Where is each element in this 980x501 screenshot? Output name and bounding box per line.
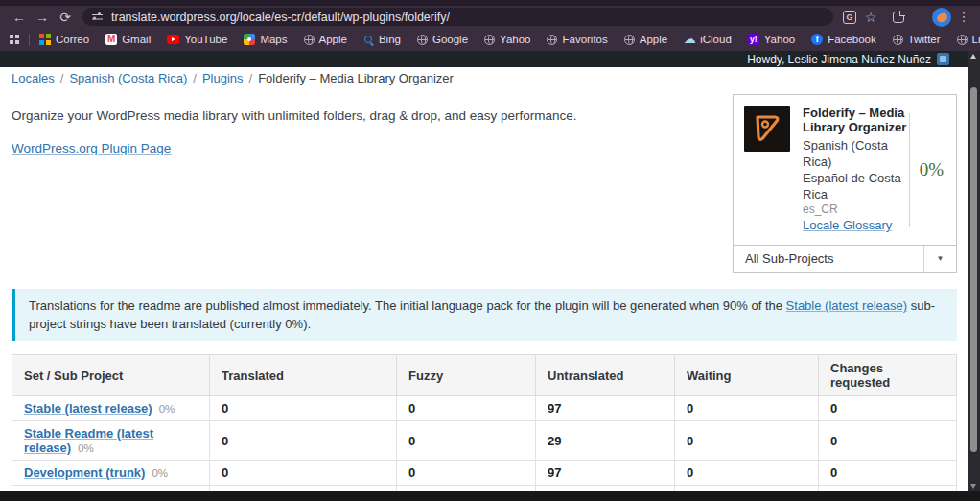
back-button[interactable]: ← [8,8,31,27]
project-summary: Organize your WordPress media library wi… [12,94,733,156]
toolbar-right-group: G ☆ ⋮ [843,8,972,27]
toolbar-separator [922,11,922,24]
project-title: Folderify – Media Library Organizer [803,106,909,134]
bookmark-apple-2[interactable]: Apple [624,28,667,51]
globe-icon [304,35,315,45]
url-text[interactable]: translate.wordpress.org/locale/es-cr/def… [111,11,450,24]
chevron-down-icon: ▼ [923,246,956,272]
col-fuzzy: Fuzzy [397,355,536,396]
bookmark-google[interactable]: Google [417,28,468,51]
col-untranslated: Untranslated [536,355,675,396]
scrollbar-thumb[interactable] [970,87,977,452]
breadcrumb-plugins[interactable]: Plugins [202,71,244,85]
table-row: Development (trunk)0% 0 0 97 0 0 [12,461,957,486]
folderify-logo-glyph [744,106,790,152]
page-content: Locales/Spanish (Costa Rica)/Plugins/Fol… [0,67,968,491]
bookmark-twitter[interactable]: Twitter [893,28,941,51]
col-set-subproject: Set / Sub Project [12,355,210,396]
yahoo-icon: y! [748,34,759,45]
col-changes-requested: Changes requested [819,355,957,396]
reload-button[interactable]: ⟳ [54,8,77,27]
bookmark-bing[interactable]: Bing [363,28,401,51]
cell-translated: 0 [210,461,397,486]
col-translated: Translated [210,355,397,396]
bookmark-facebook[interactable]: fFacebook [811,28,876,51]
breadcrumb-separator: / [60,71,64,85]
subproject-link-development[interactable]: Development (trunk) [24,465,145,480]
row-percent: 0% [159,403,175,415]
row-percent: 0% [78,442,94,454]
breadcrumb-separator: / [193,71,197,85]
subprojects-dropdown-value: All Sub-Projects [734,251,923,266]
folderify-logo [744,106,790,152]
cell-fuzzy: 0 [397,421,536,461]
forward-button[interactable]: → [31,8,54,27]
table-header-row: Set / Sub Project Translated Fuzzy Untra… [12,355,957,396]
globe-icon [624,35,635,45]
extensions-icon[interactable] [893,12,904,23]
plugin-page-link[interactable]: WordPress.org Plugin Page [12,141,171,155]
cell-waiting: 0 [675,461,819,486]
notice-stable-link[interactable]: Stable (latest release) [786,298,907,313]
address-bar[interactable]: translate.wordpress.org/locale/es-cr/def… [82,8,833,26]
bookmark-gmail[interactable]: MGmail [105,28,151,51]
readme-notice: Translations for the readme are publishe… [12,289,957,341]
bookmarks-separator [29,34,30,46]
project-card-text: Folderify – Media Library Organizer Span… [803,106,909,234]
scrollbar-up-arrow-icon[interactable] [970,54,976,59]
browser-toolbar: ← → ⟳ translate.wordpress.org/locale/es-… [0,6,980,28]
subproject-link-stable[interactable]: Stable (latest release) [24,401,152,416]
cell-waiting: 0 [675,396,819,421]
facebook-icon: f [811,34,823,45]
google-maps-icon [244,34,255,45]
bookmark-yahoo[interactable]: Yahoo [484,28,530,51]
locale-english-name: Spanish (Costa Rica) [803,137,909,170]
cell-untranslated: 29 [536,421,675,461]
row-percent: 0% [152,467,168,479]
project-percent-complete: 0% [909,113,945,227]
globe-icon [547,35,557,45]
translate-page-icon[interactable]: G [843,11,856,24]
subprojects-dropdown[interactable]: All Sub-Projects ▼ [734,245,956,272]
bookmark-youtube[interactable]: YouTube [167,28,227,51]
scrollbar-down-arrow-icon[interactable] [970,484,976,489]
project-card: Folderify – Media Library Organizer Span… [733,94,957,273]
globe-icon [484,35,495,45]
icloud-icon: ☁ [684,34,695,45]
col-waiting: Waiting [675,355,819,396]
project-card-main: Folderify – Media Library Organizer Span… [734,95,956,245]
locale-code: es_CR [803,203,909,217]
breadcrumb-locales[interactable]: Locales [12,71,55,85]
page-scrollbar[interactable] [968,51,980,491]
bookmark-favoritos[interactable]: Favoritos [547,28,607,51]
bookmark-linkedin[interactable]: LinkedIn [957,28,980,51]
site-settings-icon[interactable] [92,12,103,22]
breadcrumb-locale[interactable]: Spanish (Costa Rica) [69,71,187,85]
cell-changes-requested: 0 [819,396,957,421]
cell-untranslated: 97 [536,461,675,486]
table-row: Stable Readme (latest release)0% 0 0 29 … [12,421,957,461]
bookmark-star-icon[interactable]: ☆ [860,10,881,25]
cell-waiting: 0 [675,421,819,461]
bookmark-yahoo-2[interactable]: y!Yahoo [748,28,795,51]
globe-icon [417,35,428,45]
apps-grid-icon[interactable] [10,35,19,44]
bookmark-maps[interactable]: Maps [244,28,287,51]
bookmark-correo[interactable]: Correo [39,28,89,51]
howdy-account-link[interactable]: Howdy, Leslie Jimena Nuñez Nuñez [747,53,949,66]
locale-glossary-link[interactable]: Locale Glossary [803,218,892,232]
globe-icon [893,35,903,45]
breadcrumb: Locales/Spanish (Costa Rica)/Plugins/Fol… [12,71,957,86]
cell-translated: 0 [210,421,397,461]
browser-profile-avatar[interactable] [932,8,951,27]
project-header-section: Organize your WordPress media library wi… [12,94,957,273]
translation-stats-table: Set / Sub Project Translated Fuzzy Untra… [12,354,957,501]
bookmark-icloud[interactable]: ☁iCloud [684,28,732,51]
cell-fuzzy: 0 [397,396,536,421]
microsoft-icon [39,34,51,45]
cell-changes-requested: 0 [819,461,957,486]
window-bottom-strip [0,491,980,501]
browser-menu-icon[interactable]: ⋮ [955,10,972,24]
bookmark-apple[interactable]: Apple [304,28,347,51]
bing-search-icon [363,35,374,45]
